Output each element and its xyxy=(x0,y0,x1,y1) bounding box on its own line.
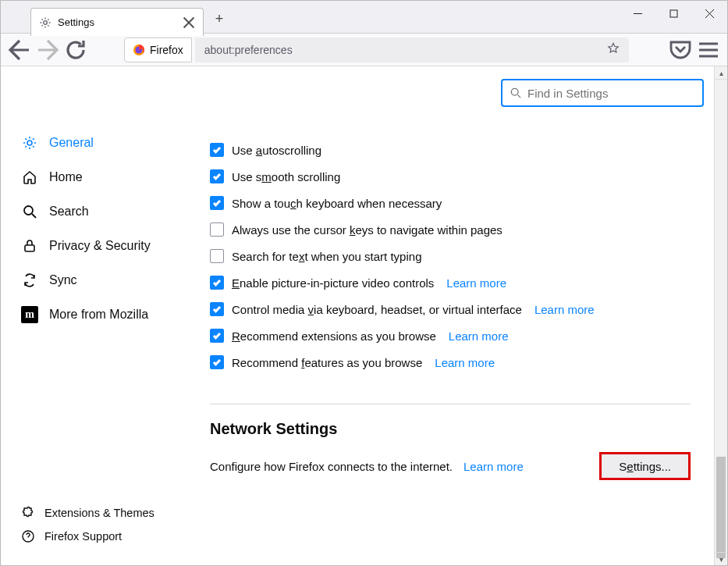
preference-label[interactable]: Use smooth scrolling xyxy=(232,170,340,183)
checkbox[interactable] xyxy=(210,355,224,369)
svg-point-0 xyxy=(44,20,48,24)
network-desc: Configure how Firefox connects to the in… xyxy=(210,460,453,473)
preference-row: Recommend features as you browseLearn mo… xyxy=(210,349,691,376)
back-button[interactable] xyxy=(7,37,32,62)
preference-label[interactable]: Search for text when you start typing xyxy=(232,250,421,263)
network-settings-button[interactable]: Settings... xyxy=(599,452,691,480)
search-icon xyxy=(21,203,38,220)
preference-row: Use autoscrolling xyxy=(210,137,691,163)
scroll-down-icon[interactable]: ▾ xyxy=(715,552,727,565)
preference-row: Search for text when you start typing xyxy=(210,243,691,269)
sidebar-link-label: Firefox Support xyxy=(44,530,122,543)
sidebar-item-more-mozilla[interactable]: m More from Mozilla xyxy=(12,297,188,332)
preference-row: Show a touch keyboard when necessary xyxy=(210,190,691,216)
puzzle-icon xyxy=(21,506,35,520)
titlebar: Settings + xyxy=(1,1,727,34)
preference-label[interactable]: Show a touch keyboard when necessary xyxy=(232,197,442,210)
sync-icon xyxy=(21,272,38,289)
learn-more-link[interactable]: Learn more xyxy=(463,460,524,473)
checkbox[interactable] xyxy=(210,249,224,263)
checkbox[interactable] xyxy=(210,276,224,290)
checkbox[interactable] xyxy=(210,222,224,237)
preference-row: Enable picture-in-picture video controls… xyxy=(210,269,691,296)
url-text: about:preferences xyxy=(204,44,293,56)
help-icon xyxy=(21,529,35,543)
section-title-network: Network Settings xyxy=(210,420,691,438)
sidebar-item-home[interactable]: Home xyxy=(12,160,188,194)
url-bar[interactable]: about:preferences xyxy=(195,37,629,62)
gear-icon xyxy=(21,134,38,151)
sidebar-item-label: Search xyxy=(49,205,89,219)
forward-button[interactable] xyxy=(35,37,60,62)
home-icon xyxy=(21,169,38,186)
sidebar-item-label: General xyxy=(49,136,94,150)
app-menu-button[interactable] xyxy=(696,37,721,62)
nav-toolbar: Firefox about:preferences xyxy=(1,34,727,66)
bookmark-star-icon[interactable] xyxy=(607,42,620,57)
learn-more-link[interactable]: Learn more xyxy=(449,329,509,343)
checkbox[interactable] xyxy=(210,302,224,316)
scroll-thumb[interactable] xyxy=(716,457,726,558)
sidebar-item-general[interactable]: General xyxy=(12,126,188,160)
svg-point-5 xyxy=(27,141,32,145)
preference-label[interactable]: Use autoscrolling xyxy=(232,144,321,157)
preference-row: Always use the cursor keys to navigate w… xyxy=(210,216,691,243)
preference-row: Control media via keyboard, headset, or … xyxy=(210,296,691,322)
preference-label[interactable]: Control media via keyboard, headset, or … xyxy=(232,303,522,316)
search-icon xyxy=(510,87,521,98)
settings-sidebar: General Home Search Privacy & Security S… xyxy=(1,66,188,565)
learn-more-link[interactable]: Learn more xyxy=(534,303,595,316)
close-icon[interactable] xyxy=(183,16,195,29)
sidebar-item-label: Sync xyxy=(49,273,77,287)
sidebar-item-search[interactable]: Search xyxy=(12,194,188,229)
preference-label[interactable]: Recommend features as you browse xyxy=(232,356,422,369)
identity-label: Firefox xyxy=(150,44,183,56)
sidebar-item-privacy[interactable]: Privacy & Security xyxy=(12,229,188,263)
settings-main: Use autoscrollingUse smooth scrollingSho… xyxy=(188,66,714,565)
preference-label[interactable]: Enable picture-in-picture video controls xyxy=(232,276,434,290)
sidebar-item-sync[interactable]: Sync xyxy=(12,263,188,297)
learn-more-link[interactable]: Learn more xyxy=(435,356,495,369)
mozilla-icon: m xyxy=(21,306,38,323)
tab-title: Settings xyxy=(58,16,183,28)
checkbox[interactable] xyxy=(210,329,224,343)
section-divider xyxy=(210,404,691,404)
new-tab-button[interactable]: + xyxy=(208,8,230,30)
svg-rect-1 xyxy=(670,10,677,17)
sidebar-link-support[interactable]: Firefox Support xyxy=(12,525,188,548)
checkbox[interactable] xyxy=(210,169,224,183)
preference-row: Recommend extensions as you browseLearn … xyxy=(210,322,691,349)
learn-more-link[interactable]: Learn more xyxy=(446,276,506,290)
settings-search-input[interactable] xyxy=(527,87,694,100)
sidebar-item-label: More from Mozilla xyxy=(49,308,148,322)
reload-button[interactable] xyxy=(63,37,88,62)
lock-icon xyxy=(21,237,38,255)
sidebar-item-label: Privacy & Security xyxy=(49,239,151,253)
close-window-button[interactable] xyxy=(691,1,727,26)
settings-search-box[interactable] xyxy=(501,79,704,107)
svg-point-6 xyxy=(24,206,33,215)
gear-icon xyxy=(39,16,51,29)
firefox-icon xyxy=(133,44,145,56)
minimize-button[interactable] xyxy=(620,1,655,26)
sidebar-link-label: Extensions & Themes xyxy=(44,507,154,519)
window-controls xyxy=(620,1,727,30)
browser-tab[interactable]: Settings xyxy=(30,8,204,36)
checkbox[interactable] xyxy=(210,143,224,157)
preference-label[interactable]: Always use the cursor keys to navigate w… xyxy=(232,223,502,237)
scroll-up-icon[interactable]: ▴ xyxy=(715,66,727,80)
preference-row: Use smooth scrolling xyxy=(210,163,691,190)
checkbox[interactable] xyxy=(210,196,224,210)
identity-box[interactable]: Firefox xyxy=(124,37,192,62)
sidebar-item-label: Home xyxy=(49,170,83,184)
maximize-button[interactable] xyxy=(655,1,691,26)
sidebar-link-extensions[interactable]: Extensions & Themes xyxy=(12,501,188,525)
vertical-scrollbar[interactable]: ▴ ▾ xyxy=(714,66,727,565)
svg-rect-7 xyxy=(25,245,34,251)
svg-point-4 xyxy=(511,88,518,95)
pocket-button[interactable] xyxy=(668,37,693,62)
preference-label[interactable]: Recommend extensions as you browse xyxy=(232,329,436,343)
